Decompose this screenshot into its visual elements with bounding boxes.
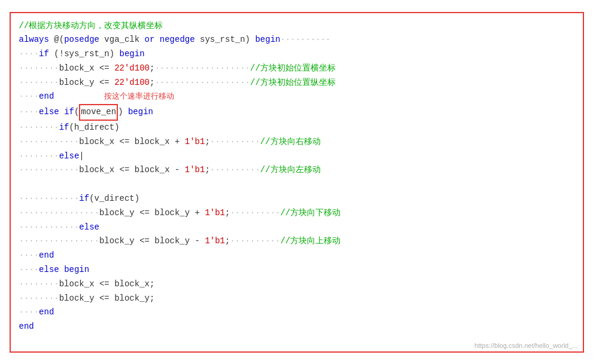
kw-or: or xyxy=(145,33,155,47)
kw-end2: end xyxy=(39,249,54,263)
code-line-end1: ···· end 按这个速率进行移动 xyxy=(19,90,574,104)
code-line-end2: ···· end xyxy=(19,249,574,263)
code-line-blockx-left: ············ block_x <= block_x - 1'b1 ;… xyxy=(19,163,574,178)
code-line-if: ···· if (!sys_rst_n) begin xyxy=(19,47,574,62)
kw-always: always xyxy=(19,33,49,47)
code-line-if-vdirect: ············ if (v_direct) xyxy=(19,192,574,206)
annotation-move-rate: 按这个速率进行移动 xyxy=(104,90,174,103)
kw-begin1: begin xyxy=(255,33,280,47)
highlight-move-en: move_en xyxy=(79,104,118,121)
kw-end1: end xyxy=(39,90,54,104)
code-box: //根据方块移动方向，改变其纵横坐标 always @( posedge vga… xyxy=(10,12,584,353)
code-line-blocky-down: ················ block_y <= block_y + 1'… xyxy=(19,206,574,221)
kw-if2: if xyxy=(64,105,74,120)
kw-begin4: begin xyxy=(64,263,89,277)
comment-down: //方块向下移动 xyxy=(280,206,340,221)
kw-end3: end xyxy=(39,305,54,320)
kw-else4: else xyxy=(39,263,59,277)
code-line-blockx-right: ············ block_x <= block_x + 1'b1 ;… xyxy=(19,135,574,149)
title-comment: //根据方块移动方向，改变其纵横坐标 xyxy=(19,19,163,33)
code-line-end4: end xyxy=(19,320,574,334)
kw-end4: end xyxy=(19,320,34,334)
code-line-else-begin: ···· else begin xyxy=(19,263,574,277)
code-line-blocky-up: ················ block_y <= block_y - 1'… xyxy=(19,234,574,249)
comment-blocky-init: //方块初始位置纵坐标 xyxy=(250,76,336,90)
comment-blockx-init: //方块初始位置横坐标 xyxy=(250,62,336,76)
kw-else1: else xyxy=(39,105,59,120)
code-line-else3: ············ else xyxy=(19,221,574,235)
kw-if3: if xyxy=(59,121,69,135)
code-line-else-if-move: ···· else if ( move_en ) begin xyxy=(19,104,574,121)
title-comment-line: //根据方块移动方向，改变其纵横坐标 xyxy=(19,19,574,33)
code-line-end3: ···· end xyxy=(19,305,574,320)
code-line-blockx-init: ········ block_x <= 22'd100 ; ··········… xyxy=(19,62,574,76)
kw-else2: else xyxy=(59,149,80,164)
kw-else3: else xyxy=(79,221,99,235)
code-line-blocky-init: ········ block_y <= 22'd100 ; ··········… xyxy=(19,76,574,90)
code-line-if-hdirect: ········ if (h_direct) xyxy=(19,121,574,135)
kw-posedge: posedge xyxy=(64,33,99,47)
comment-left: //方块向左移动 xyxy=(260,163,321,178)
kw-if1: if xyxy=(39,47,49,62)
outer-container: //根据方块移动方向，改变其纵横坐标 always @( posedge vga… xyxy=(0,0,593,364)
comment-up: //方块向上移动 xyxy=(280,234,340,249)
kw-begin2: begin xyxy=(120,47,145,62)
code-line-blocky-hold: ········ block_y <= block_y; xyxy=(19,292,574,306)
code-line-blockx-hold: ········ block_x <= block_x; xyxy=(19,277,574,292)
watermark: https://blog.csdn.net/hello_world_... xyxy=(475,342,577,349)
comment-right: //方块向右移动 xyxy=(260,135,321,149)
kw-if4: if xyxy=(79,192,89,206)
code-line-else2: ········ else | xyxy=(19,149,574,164)
code-line-blank xyxy=(19,178,574,192)
kw-negedge: negedge xyxy=(160,33,195,47)
kw-begin3: begin xyxy=(128,105,153,120)
code-line-always: always @( posedge vga_clk or negedge sys… xyxy=(19,33,574,47)
